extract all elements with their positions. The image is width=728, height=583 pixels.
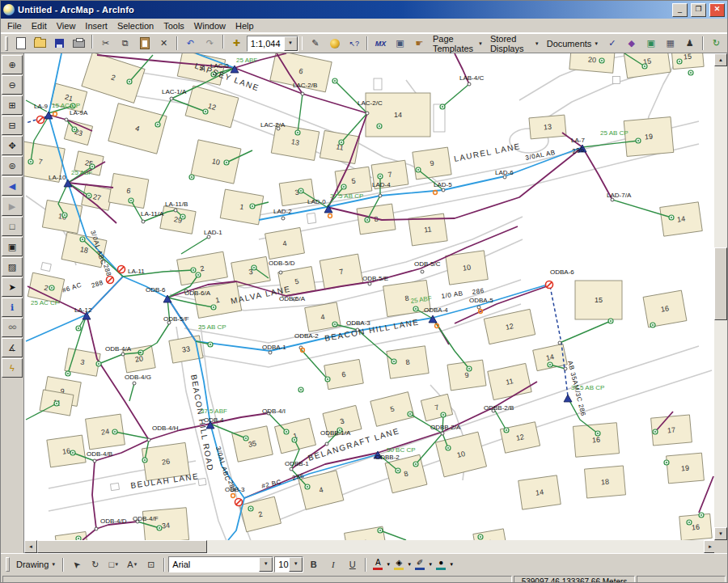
line-color-button[interactable]: ✐ [412, 556, 428, 572]
hyperlink-tool[interactable]: ϟ [2, 358, 23, 378]
select-rectangle-tool[interactable]: □ [2, 217, 23, 236]
italic-button[interactable]: I [324, 556, 342, 573]
select-by-attributes-button[interactable]: ✓ [603, 35, 621, 53]
toolbar-grip[interactable] [5, 36, 8, 51]
forward-extent-tool[interactable]: ▶ [2, 196, 23, 216]
chevron-down-icon[interactable]: ▼ [284, 36, 298, 51]
toolbar-grip[interactable] [6, 557, 10, 572]
service-point-dot [159, 527, 160, 529]
print-button[interactable] [70, 35, 88, 53]
equipment-label: LAC-0 [210, 62, 229, 70]
scale-combobox[interactable]: 1:1,044 ▼ [247, 36, 298, 52]
copy-button[interactable]: ⧉ [116, 35, 134, 53]
scroll-up-icon[interactable]: ▲ [714, 53, 727, 66]
rotate-graphics-button[interactable]: ↻ [86, 556, 104, 573]
fill-color-button[interactable]: ◈ [391, 556, 407, 572]
menu-window[interactable]: Window [189, 20, 231, 32]
chevron-down-icon[interactable]: ▼ [289, 557, 303, 572]
editor-toolbar-button[interactable] [325, 35, 344, 53]
hscroll-thumb[interactable] [37, 540, 207, 553]
menu-view[interactable]: View [52, 20, 81, 32]
delete-button[interactable]: ✕ [154, 35, 173, 53]
overview-window-button[interactable]: ▣ [641, 35, 660, 53]
building-number: 14 [676, 214, 685, 223]
refresh-view-button[interactable]: ↻ [707, 35, 726, 53]
service-point-dot [157, 124, 159, 125]
undo-button[interactable]: ↶ [181, 35, 200, 53]
select-graphics-icon: ➤ [70, 558, 83, 571]
redo-button[interactable]: ↷ [201, 35, 219, 53]
underline-button[interactable]: U [343, 556, 362, 573]
select-features-tool[interactable]: ▣ [2, 237, 23, 256]
chevron-down-icon: ▼ [535, 41, 540, 46]
fixed-zoom-in-tool[interactable]: ⊞ [2, 95, 23, 115]
zoom-out-tool[interactable]: ⊖ [2, 75, 23, 95]
service-point-dot [82, 239, 83, 240]
fill-color-icon: ◈ [396, 559, 402, 567]
font-size-combobox[interactable]: 10 ▼ [274, 556, 303, 572]
menu-insert[interactable]: Insert [80, 20, 112, 32]
viewer-person-button[interactable]: ♟ [680, 35, 699, 53]
documents-menu[interactable]: Documents ▼ [544, 36, 603, 52]
drawing-menu[interactable]: Drawing ▼ [13, 556, 59, 572]
horizontal-scrollbar[interactable]: ◄ ► [24, 540, 717, 553]
clear-selection-tool[interactable]: ▨ [2, 257, 23, 277]
back-extent-tool[interactable]: ◀ [2, 176, 23, 196]
measure-tool[interactable]: ∡ [2, 338, 23, 357]
menu-tools[interactable]: Tools [159, 20, 189, 32]
fixed-zoom-out-tool[interactable]: ⊟ [2, 116, 23, 135]
chevron-down-icon[interactable]: ▼ [259, 557, 273, 572]
add-data-button[interactable]: ✚ [227, 35, 246, 53]
building-number: 18 [79, 245, 89, 255]
bold-button[interactable]: B [304, 556, 323, 573]
map-exchange-button[interactable]: MX [371, 35, 390, 53]
editor-pencil-button[interactable]: ✎ [306, 35, 324, 53]
map-canvas[interactable]: 2212341257252761629110182613111435798201… [24, 53, 717, 540]
service-point-dot [652, 324, 654, 326]
find-tool[interactable]: ⊙⊙ [2, 318, 23, 337]
select-elements-tool[interactable]: ➤ [2, 277, 23, 297]
cut-button[interactable]: ✂ [96, 35, 115, 53]
menu-edit[interactable]: Edit [27, 20, 52, 32]
vertical-scrollbar[interactable]: ▲ ▼ [714, 53, 727, 540]
service-point-dot [253, 267, 255, 268]
building: 7 [421, 394, 452, 420]
menu-file[interactable]: File [2, 20, 27, 32]
launch-tool-button[interactable]: ☛ [410, 35, 429, 53]
zoom-in-tool[interactable]: ⊕ [2, 55, 23, 74]
scroll-down-icon[interactable]: ▼ [714, 527, 727, 540]
building: 15 [575, 281, 622, 319]
layout-window-button[interactable]: ▣ [391, 35, 409, 53]
page-templates-label: Page Templates [433, 34, 476, 53]
building: 34 [142, 508, 188, 540]
grid-snapping-button[interactable]: ▦ [661, 35, 679, 53]
text-tool-button[interactable]: A▼ [123, 556, 142, 573]
page-templates-menu[interactable]: Page Templates ▼ [430, 36, 486, 52]
font-family-combobox[interactable]: Arial ▼ [168, 556, 273, 572]
restore-button[interactable]: ❐ [691, 3, 706, 17]
font-color-button[interactable]: A [370, 556, 386, 572]
identify-tool[interactable]: ℹ [2, 298, 23, 317]
marker-color-button[interactable]: ● [433, 556, 449, 572]
minimize-button[interactable]: _ [672, 3, 688, 17]
equipment-label: ODB-4/H [152, 425, 179, 432]
paste-button[interactable] [135, 35, 154, 53]
service-point-dot [415, 463, 417, 465]
whats-this-help-button[interactable]: ↖? [345, 35, 363, 53]
close-button[interactable]: ✕ [709, 3, 725, 17]
save-document-button[interactable] [50, 35, 69, 53]
layer-effects-button[interactable]: ◆ [622, 35, 641, 53]
rectangle-tool-button[interactable]: □▼ [104, 556, 123, 573]
new-document-button[interactable] [11, 35, 30, 53]
menu-selection[interactable]: Selection [112, 20, 159, 32]
callout-tool-button[interactable]: ⊡ [142, 556, 160, 573]
pan-tool[interactable]: ✥ [2, 136, 23, 155]
menu-help[interactable]: Help [231, 20, 259, 32]
stored-displays-menu[interactable]: Stored Displays ▼ [487, 36, 543, 52]
scroll-left-icon[interactable]: ◄ [24, 540, 37, 553]
open-document-button[interactable] [31, 35, 49, 53]
vscroll-thumb[interactable] [714, 247, 727, 320]
select-graphics-button[interactable]: ➤ [67, 556, 86, 573]
equipment-label: ODBB-1 [285, 460, 309, 467]
full-extent-tool[interactable]: ⊚ [2, 156, 23, 175]
